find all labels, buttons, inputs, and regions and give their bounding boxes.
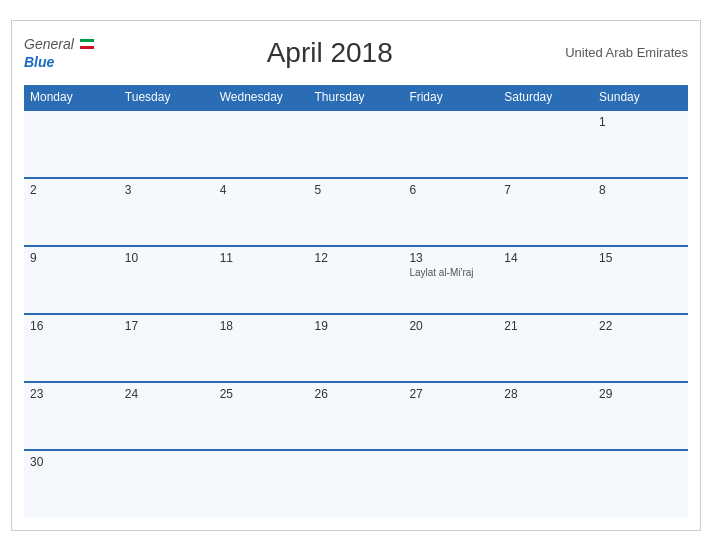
- calendar-cell: 18: [214, 314, 309, 382]
- calendar-week-row: 30: [24, 450, 688, 518]
- calendar-cell: 9: [24, 246, 119, 314]
- calendar-cell: [214, 110, 309, 178]
- calendar-week-row: 910111213Laylat al-Mi'raj1415: [24, 246, 688, 314]
- calendar-cell: 8: [593, 178, 688, 246]
- day-number: 14: [504, 251, 587, 265]
- day-number: 26: [315, 387, 398, 401]
- calendar-cell: 4: [214, 178, 309, 246]
- calendar-cell: [119, 110, 214, 178]
- day-number: 20: [409, 319, 492, 333]
- day-number: 29: [599, 387, 682, 401]
- day-number: 19: [315, 319, 398, 333]
- day-number: 17: [125, 319, 208, 333]
- day-number: 1: [599, 115, 682, 129]
- weekday-header: Monday: [24, 85, 119, 110]
- calendar-cell: [214, 450, 309, 518]
- logo-line1: General: [24, 35, 94, 53]
- day-number: 21: [504, 319, 587, 333]
- weekday-header: Saturday: [498, 85, 593, 110]
- day-number: 28: [504, 387, 587, 401]
- calendar-cell: 12: [309, 246, 404, 314]
- calendar-cell: 27: [403, 382, 498, 450]
- calendar-cell: [309, 450, 404, 518]
- calendar-cell: 30: [24, 450, 119, 518]
- day-number: 5: [315, 183, 398, 197]
- weekday-header: Tuesday: [119, 85, 214, 110]
- day-number: 8: [599, 183, 682, 197]
- calendar-cell: 29: [593, 382, 688, 450]
- calendar-cell: 20: [403, 314, 498, 382]
- weekday-header-row: MondayTuesdayWednesdayThursdayFridaySatu…: [24, 85, 688, 110]
- day-number: 30: [30, 455, 113, 469]
- calendar-cell: 11: [214, 246, 309, 314]
- calendar-cell: [498, 110, 593, 178]
- calendar-cell: 10: [119, 246, 214, 314]
- calendar-week-row: 2345678: [24, 178, 688, 246]
- day-number: 27: [409, 387, 492, 401]
- calendar-cell: [119, 450, 214, 518]
- calendar-table: MondayTuesdayWednesdayThursdayFridaySatu…: [24, 85, 688, 518]
- calendar-cell: 28: [498, 382, 593, 450]
- day-number: 7: [504, 183, 587, 197]
- logo-general: General: [24, 36, 74, 52]
- weekday-header: Wednesday: [214, 85, 309, 110]
- calendar-cell: 17: [119, 314, 214, 382]
- calendar-cell: [498, 450, 593, 518]
- day-number: 23: [30, 387, 113, 401]
- logo: General Blue: [24, 35, 94, 71]
- day-number: 22: [599, 319, 682, 333]
- calendar-cell: [24, 110, 119, 178]
- calendar-cell: 3: [119, 178, 214, 246]
- day-number: 2: [30, 183, 113, 197]
- calendar-cell: 23: [24, 382, 119, 450]
- holiday-name: Laylat al-Mi'raj: [409, 267, 492, 278]
- calendar-cell: [593, 450, 688, 518]
- calendar-cell: 26: [309, 382, 404, 450]
- calendar-week-row: 16171819202122: [24, 314, 688, 382]
- calendar-thead: MondayTuesdayWednesdayThursdayFridaySatu…: [24, 85, 688, 110]
- country-label: United Arab Emirates: [565, 45, 688, 60]
- calendar-cell: 22: [593, 314, 688, 382]
- calendar-week-row: 1: [24, 110, 688, 178]
- day-number: 24: [125, 387, 208, 401]
- calendar-cell: 1: [593, 110, 688, 178]
- day-number: 12: [315, 251, 398, 265]
- logo-line2: Blue: [24, 53, 94, 71]
- weekday-header: Friday: [403, 85, 498, 110]
- calendar-cell: [403, 450, 498, 518]
- weekday-header: Thursday: [309, 85, 404, 110]
- day-number: 15: [599, 251, 682, 265]
- calendar-title: April 2018: [267, 37, 393, 69]
- calendar-cell: 21: [498, 314, 593, 382]
- calendar-cell: 5: [309, 178, 404, 246]
- calendar-body: 12345678910111213Laylat al-Mi'raj1415161…: [24, 110, 688, 518]
- logo-flag-icon: [80, 39, 94, 49]
- calendar-cell: [309, 110, 404, 178]
- day-number: 16: [30, 319, 113, 333]
- calendar-cell: 19: [309, 314, 404, 382]
- calendar-cell: [403, 110, 498, 178]
- calendar-cell: 7: [498, 178, 593, 246]
- day-number: 9: [30, 251, 113, 265]
- day-number: 18: [220, 319, 303, 333]
- day-number: 3: [125, 183, 208, 197]
- calendar-cell: 24: [119, 382, 214, 450]
- day-number: 6: [409, 183, 492, 197]
- logo-blue: Blue: [24, 54, 54, 70]
- calendar-cell: 25: [214, 382, 309, 450]
- calendar-cell: 13Laylat al-Mi'raj: [403, 246, 498, 314]
- logo-text: General Blue: [24, 35, 94, 71]
- calendar-week-row: 23242526272829: [24, 382, 688, 450]
- weekday-header: Sunday: [593, 85, 688, 110]
- day-number: 25: [220, 387, 303, 401]
- calendar-header: General Blue April 2018 United Arab Emir…: [24, 31, 688, 75]
- calendar-cell: 15: [593, 246, 688, 314]
- day-number: 4: [220, 183, 303, 197]
- day-number: 13: [409, 251, 492, 265]
- calendar-cell: 16: [24, 314, 119, 382]
- day-number: 11: [220, 251, 303, 265]
- calendar-cell: 2: [24, 178, 119, 246]
- calendar-cell: 14: [498, 246, 593, 314]
- calendar-cell: 6: [403, 178, 498, 246]
- calendar-container: General Blue April 2018 United Arab Emir…: [11, 20, 701, 531]
